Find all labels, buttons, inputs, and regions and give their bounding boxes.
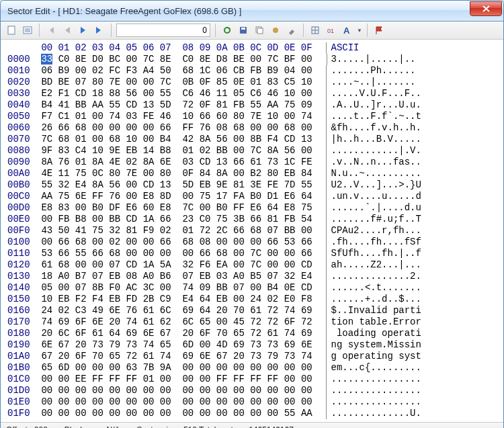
separator [215, 24, 216, 37]
refresh-icon [222, 26, 232, 35]
nav-last[interactable] [93, 24, 106, 37]
floppy-icon [239, 26, 248, 35]
separator [39, 24, 40, 37]
flag-icon [374, 26, 384, 35]
tool2-button[interactable]: 01 [325, 24, 338, 37]
dropdown-arrow[interactable]: ▼ [357, 28, 362, 34]
svg-point-2 [224, 28, 230, 33]
action2-button[interactable] [285, 24, 298, 37]
window-title: Sector Edit - [ HD1: Seagate FreeAgent G… [7, 6, 470, 16]
toolbar: 01 A ▼ [1, 22, 503, 40]
separator [367, 24, 368, 37]
close-icon [482, 5, 490, 12]
refresh-button[interactable] [220, 24, 234, 37]
gear-icon [271, 26, 280, 35]
titlebar[interactable]: Sector Edit - [ HD1: Seagate FreeAgent G… [1, 1, 503, 22]
statusbar: Offset: 000 Block: N/A Sector size: 512 … [1, 422, 503, 428]
status-sector: Sector size: 512 Total sectors: 14651491… [137, 425, 294, 428]
nav-first[interactable] [44, 24, 58, 37]
svg-point-7 [273, 28, 278, 33]
nav-prev[interactable] [60, 24, 74, 37]
svg-text:01: 01 [327, 28, 334, 34]
copy-button[interactable] [253, 24, 266, 37]
font-icon: A [343, 26, 352, 35]
svg-rect-0 [8, 26, 15, 34]
separator [111, 24, 112, 37]
tool1-button[interactable] [308, 24, 322, 37]
new-button[interactable] [5, 24, 18, 37]
svg-text:A: A [343, 26, 350, 35]
prev-icon [63, 26, 71, 34]
status-offset: Offset: 000 [6, 425, 48, 428]
sector-edit-window: Sector Edit - [ HD1: Seagate FreeAgent G… [0, 0, 504, 428]
action1-button[interactable] [269, 24, 282, 37]
svg-rect-6 [257, 28, 263, 34]
nav-next[interactable] [77, 24, 90, 37]
binary-icon: 01 [327, 26, 336, 35]
page-icon [7, 26, 16, 35]
copy-icon [255, 26, 264, 35]
hex-view[interactable]: 00 01 02 03 04 05 06 07 08 09 0A 0B 0C 0… [1, 40, 503, 422]
last-icon [95, 26, 104, 34]
first-icon [46, 26, 56, 34]
flag-button[interactable] [372, 24, 386, 37]
svg-rect-4 [241, 28, 245, 30]
offset-input[interactable] [116, 24, 210, 37]
next-icon [79, 26, 87, 34]
font-button[interactable]: A [341, 24, 354, 37]
list-button[interactable] [21, 24, 34, 37]
status-block: Block: N/A [65, 425, 120, 428]
list-icon [23, 26, 32, 35]
separator [303, 24, 304, 37]
save-button[interactable] [237, 24, 250, 37]
wrench-icon [287, 26, 296, 35]
grid-icon [310, 26, 320, 35]
close-button[interactable] [470, 1, 502, 16]
